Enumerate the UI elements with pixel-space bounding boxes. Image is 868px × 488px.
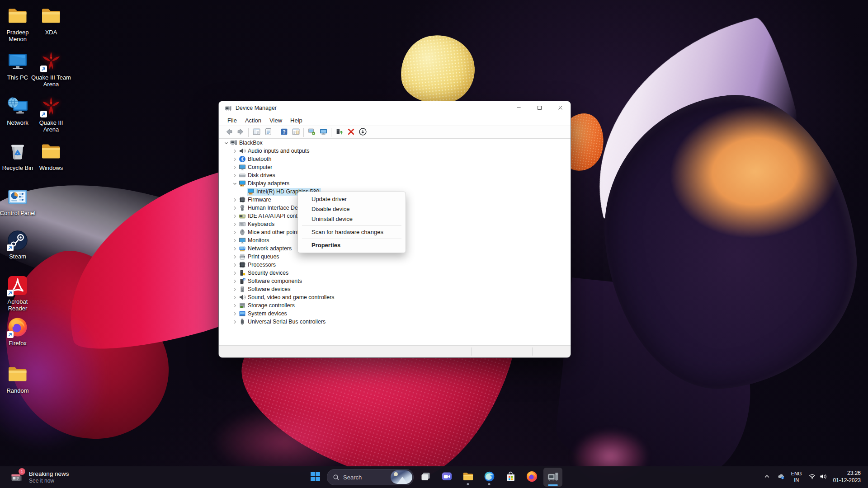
expand-chevron[interactable] [231,245,238,252]
tree-item-content[interactable]: Universal Serial Bus controllers [238,318,327,326]
expand-chevron[interactable] [231,197,238,203]
tree-item-content[interactable]: Keyboards [238,221,276,228]
expand-chevron[interactable] [231,270,238,276]
context-menu-item-uninstall-device[interactable]: Uninstall device [298,214,406,224]
tree-item-audio-inputs-and-outputs[interactable]: Audio inputs and outputs [219,147,571,155]
context-menu-item-scan-for-hardware-changes[interactable]: Scan for hardware changes [298,227,406,237]
clock-button[interactable]: 23:26 01-12-2023 [831,468,864,486]
desktop-icon-firefox[interactable]: Firefox [0,316,38,347]
taskbar-edge-button[interactable] [480,468,499,487]
taskbar-file-explorer-button[interactable] [458,468,477,487]
tree-item-system-devices[interactable]: System devices [219,310,571,318]
tree-item-display-adapters[interactable]: Display adapters [219,179,571,188]
tree-item-content[interactable]: Network adapters [238,245,293,253]
desktop-icon-steam[interactable]: Steam [0,230,38,260]
menu-file[interactable]: File [223,115,241,126]
tree-item-content[interactable]: Audio inputs and outputs [238,147,311,155]
desktop-icon-acrobat-reader[interactable]: Acrobat Reader [0,275,38,312]
tree-item-software-devices[interactable]: Software devices [219,285,571,293]
forward-button[interactable] [235,127,246,138]
tree-item-content[interactable]: Display adapters [238,180,291,188]
tree-item-content[interactable]: Processors [238,261,278,269]
menu-action[interactable]: Action [241,115,265,126]
uninstall-device-button[interactable] [333,127,345,138]
tray-onedrive-button[interactable]: i [775,468,787,486]
tree-item-universal-serial-bus-controllers[interactable]: Universal Serial Bus controllers [219,318,571,326]
tree-item-content[interactable]: System devices [238,310,289,318]
window-titlebar[interactable]: Device Manager [219,101,571,115]
tree-item-content[interactable]: Sound, video and game controllers [238,294,336,301]
tree-item-content[interactable]: BlackBox [230,139,264,147]
taskbar-chat-button[interactable] [437,468,456,487]
tree-item-disk-drives[interactable]: Disk drives [219,171,571,179]
expand-chevron[interactable] [231,286,238,292]
tree-item-content[interactable]: Software devices [238,286,292,293]
desktop-icon-quake-iii-team-arena[interactable]: Quake III Team Arena [31,51,71,88]
tree-item-security-devices[interactable]: Security devices [219,269,571,277]
down-arrow-button[interactable] [357,127,368,138]
tree-item-content[interactable]: Security devices [238,269,290,277]
tree-item-processors[interactable]: Processors [219,261,571,269]
context-menu-item-update-driver[interactable]: Update driver [298,194,406,204]
desktop-icon-random[interactable]: Random [0,364,38,394]
tree-item-software-components[interactable]: Software components [219,277,571,285]
console-tree-button[interactable] [250,127,262,138]
desktop-icon-quake-iii-arena[interactable]: Quake III Arena [31,96,71,133]
desktop-icon-control-panel[interactable]: Control Panel [0,186,38,216]
expand-chevron[interactable] [231,302,238,309]
expand-chevron[interactable] [231,294,238,300]
expand-chevron[interactable] [231,229,238,235]
tree-item-content[interactable]: Computer [238,164,274,171]
tree-item-content[interactable]: Storage controllers [238,302,297,310]
weather-thumbnail[interactable] [391,470,412,484]
tree-item-content[interactable]: Disk drives [238,172,277,179]
taskbar-device-manager-button[interactable] [543,468,562,487]
tree-item-content[interactable]: Bluetooth [238,155,273,163]
expand-chevron[interactable] [231,205,238,211]
tree-item-bluetooth[interactable]: Bluetooth [219,155,571,163]
tray-chevron-button[interactable] [761,468,773,486]
expand-chevron[interactable] [231,213,238,219]
properties-button[interactable] [262,127,274,138]
minimize-button[interactable] [508,101,529,115]
expand-chevron[interactable] [231,221,238,227]
action-pane-button[interactable] [290,127,302,138]
expand-chevron[interactable] [231,148,238,154]
tree-item-computer[interactable]: Computer [219,163,571,171]
taskbar-search[interactable]: Search [327,469,414,485]
expand-chevron[interactable] [231,278,238,284]
help-button[interactable]: ? [278,127,290,138]
tree-item-content[interactable]: Print queues [238,253,281,261]
expand-chevron[interactable] [231,237,238,244]
scan-hardware-button[interactable] [306,127,317,138]
tree-item-content[interactable]: Monitors [238,237,271,244]
taskbar-start-button[interactable] [306,468,325,487]
disable-device-button[interactable] [345,127,357,138]
expand-chevron[interactable] [231,253,238,260]
menu-help[interactable]: Help [286,115,307,126]
expand-chevron[interactable] [231,172,238,178]
expand-chevron[interactable] [231,180,238,187]
context-menu-item-disable-device[interactable]: Disable device [298,204,406,214]
maximize-button[interactable] [529,101,550,115]
tree-item-sound-video-and-game-controllers[interactable]: Sound, video and game controllers [219,293,571,301]
expand-chevron[interactable] [231,156,238,162]
widgets-button[interactable]: 1 Breaking news See it now [5,466,73,488]
taskbar-microsoft-store-button[interactable] [501,468,520,487]
tree-item-storage-controllers[interactable]: Storage controllers [219,301,571,310]
back-button[interactable] [223,127,235,138]
language-switcher[interactable]: ENG IN [789,468,804,486]
close-button[interactable] [550,101,571,115]
context-menu-item-properties[interactable]: Properties [298,240,406,250]
tree-item-blackbox[interactable]: BlackBox [219,139,571,147]
menu-view[interactable]: View [265,115,286,126]
tree-item-content[interactable]: Software components [238,277,304,285]
taskbar-firefox-button[interactable] [522,468,541,487]
quick-settings-button[interactable] [807,468,829,486]
tree-item-content[interactable]: Firmware [238,196,273,204]
tree-item-print-queues[interactable]: Print queues [219,253,571,261]
expand-chevron[interactable] [223,140,230,146]
expand-chevron[interactable] [231,319,238,325]
desktop-icon-xda[interactable]: XDA [31,5,71,36]
expand-chevron[interactable] [231,262,238,268]
